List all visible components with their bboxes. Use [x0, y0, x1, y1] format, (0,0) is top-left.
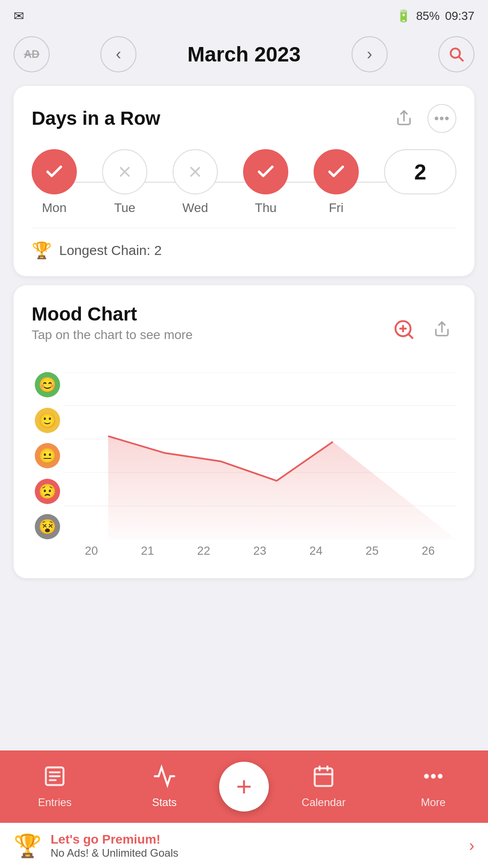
x-label-20: 20: [63, 544, 119, 558]
mood-chart-actions: [389, 315, 456, 344]
premium-subtitle: No Ads! & Unlimited Goals: [51, 847, 460, 859]
card-actions: •••: [389, 104, 456, 133]
x-label-24: 24: [288, 544, 344, 558]
mood-chart-header: Mood Chart Tap on the chart to see more: [32, 303, 456, 356]
status-bar: ✉ 🔋 85% 09:37: [0, 0, 488, 32]
entries-icon: [43, 764, 66, 793]
day-mon: Mon: [32, 149, 77, 215]
x-label-23: 23: [232, 544, 288, 558]
day-wed: Wed: [173, 149, 218, 215]
nav-entries-label: Entries: [38, 796, 72, 809]
day-circle-mon: [32, 149, 77, 194]
day-label-wed: Wed: [182, 201, 208, 215]
nav-stats[interactable]: Stats: [110, 764, 220, 809]
nav-stats-label: Stats: [152, 796, 177, 809]
day-circle-thu: [243, 149, 288, 194]
longest-chain-label: Longest Chain: 2: [59, 243, 162, 258]
calendar-icon: [312, 764, 335, 793]
mood-okay: 😐: [35, 443, 60, 468]
share-button[interactable]: [389, 104, 418, 133]
chart-container[interactable]: 😊 🙂 😐 😟 😵: [32, 372, 456, 562]
svg-point-27: [439, 775, 442, 778]
days-row: Mon Tue Wed: [32, 149, 456, 215]
premium-text: Let's go Premium! No Ads! & Unlimited Go…: [51, 832, 460, 859]
y-axis: 😊 🙂 😐 😟 😵: [32, 372, 63, 539]
email-icon: ✉: [14, 9, 24, 24]
mood-chart-svg[interactable]: [63, 372, 456, 539]
x-label-22: 22: [176, 544, 232, 558]
x-label-25: 25: [344, 544, 400, 558]
x-label-26: 26: [400, 544, 456, 558]
day-label-mon: Mon: [42, 201, 66, 215]
day-circle-tue: [102, 149, 147, 194]
nav-more[interactable]: More: [379, 764, 488, 809]
zoom-button[interactable]: [389, 315, 418, 344]
bottom-nav: Entries Stats + Calendar: [0, 750, 488, 823]
more-options-button[interactable]: •••: [427, 104, 456, 133]
month-title: March 2023: [188, 42, 301, 66]
more-icon: [422, 764, 445, 793]
search-button[interactable]: [438, 36, 474, 72]
trophy-icon: 🏆: [32, 241, 52, 260]
mood-good: 🙂: [35, 408, 60, 433]
svg-point-25: [425, 775, 428, 778]
days-in-a-row-card: Days in a Row ••• Mon: [14, 86, 474, 276]
svg-point-26: [432, 775, 435, 778]
nav-calendar[interactable]: Calendar: [269, 764, 379, 809]
status-right: 🔋 85% 09:37: [396, 9, 474, 23]
longest-chain: 🏆 Longest Chain: 2: [32, 241, 456, 260]
battery-icon: 🔋: [396, 9, 411, 23]
divider: [32, 228, 456, 228]
card-header: Days in a Row •••: [32, 104, 456, 133]
day-fri: Fri: [314, 149, 359, 215]
battery-percent: 85%: [416, 9, 440, 23]
day-label-fri: Fri: [329, 201, 344, 215]
current-streak: 2 ---: [384, 149, 456, 215]
x-label-21: 21: [119, 544, 175, 558]
premium-banner[interactable]: 🏆 Let's go Premium! No Ads! & Unlimited …: [0, 823, 488, 868]
day-circle-wed: [173, 149, 218, 194]
svg-line-8: [408, 334, 413, 338]
days-in-a-row-title: Days in a Row: [32, 108, 160, 129]
premium-arrow-icon: ›: [469, 836, 474, 855]
mood-chart-title: Mood Chart: [32, 303, 192, 325]
day-thu: Thu: [243, 149, 288, 215]
mood-chart-card[interactable]: Mood Chart Tap on the chart to see more: [14, 285, 474, 578]
mood-bad: 😟: [35, 479, 60, 504]
mood-chart-subtitle: Tap on the chart to see more: [32, 328, 192, 342]
prev-month-button[interactable]: ‹: [100, 36, 136, 72]
clock: 09:37: [445, 9, 474, 23]
nav-more-label: More: [421, 796, 446, 809]
day-circle-fri: [314, 149, 359, 194]
day-label-tue: Tue: [114, 201, 135, 215]
x-axis-labels: 20 21 22 23 24 25 26: [63, 539, 456, 562]
premium-trophy-icon: 🏆: [14, 833, 42, 859]
svg-rect-21: [315, 769, 333, 786]
header: AD ‹ March 2023 ›: [0, 32, 488, 77]
add-entry-button[interactable]: +: [219, 762, 269, 811]
ad-block-button[interactable]: AD: [14, 36, 50, 72]
streak-number: 2: [384, 149, 456, 194]
stats-icon: [153, 764, 176, 793]
mood-terrible: 😵: [35, 514, 60, 539]
mood-great: 😊: [35, 372, 60, 397]
day-tue: Tue: [102, 149, 147, 215]
day-label-thu: Thu: [255, 201, 277, 215]
nav-entries[interactable]: Entries: [0, 764, 110, 809]
premium-title: Let's go Premium!: [51, 832, 460, 847]
nav-calendar-label: Calendar: [302, 796, 346, 809]
next-month-button[interactable]: ›: [352, 36, 388, 72]
mood-share-button[interactable]: [427, 315, 456, 344]
svg-line-1: [459, 57, 463, 61]
